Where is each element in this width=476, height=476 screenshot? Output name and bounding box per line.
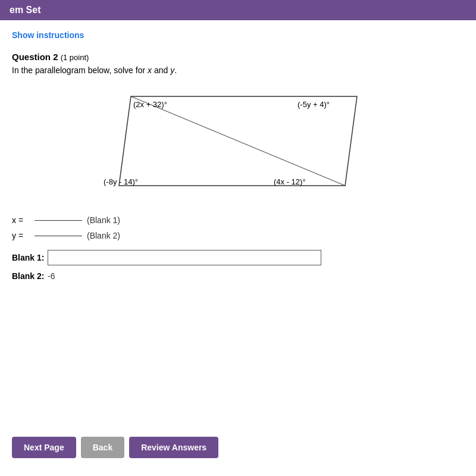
answers-section: x = (Blank 1) y = (Blank 2) [12,215,464,240]
content-area: Show instructions Question 2 (1 point) I… [0,20,476,300]
blank2-label: Blank 2: [12,271,48,281]
x-answer-line: x = (Blank 1) [12,215,464,225]
page-container: em Set Show instructions Question 2 (1 p… [0,0,476,476]
question-header: Question 2 (1 point) [12,52,464,62]
back-button[interactable]: Back [81,437,124,458]
next-page-button[interactable]: Next Page [12,437,76,458]
angle-top-right-label: (-5y + 4)° [298,100,330,109]
question-points: (1 point) [61,53,89,62]
angle-bottom-left-label: (-8y - 14)° [104,177,138,186]
x-blank-label: (Blank 1) [87,215,120,225]
y-label: y = [12,231,30,240]
blank1-label: Blank 1: [12,253,48,262]
buttons-bar: Next Page Back Review Answers [12,437,218,458]
parallelogram-svg: (2x + 32)° (-5y + 4)° (-8y - 14)° (4x - … [83,84,393,203]
review-answers-button[interactable]: Review Answers [129,437,218,458]
x-underline [35,220,82,221]
header-bar: em Set [0,0,476,20]
x-label: x = [12,215,30,225]
y-underline [35,236,82,236]
header-title: em Set [10,5,40,15]
blank2-value: -6 [48,271,55,281]
y-blank-label: (Blank 2) [87,231,120,240]
angle-bottom-right-label: (4x - 12)° [274,177,306,186]
diagram-container: (2x + 32)° (-5y + 4)° (-8y - 14)° (4x - … [83,84,393,203]
question-var-x: x [148,65,152,75]
show-instructions-link[interactable]: Show instructions [12,30,84,40]
question-text-before: In the parallelogram below, solve for [12,65,148,75]
angle-top-left-label: (2x + 32)° [133,100,167,109]
diagonal-line [131,96,345,186]
question-number: Question 2 [12,52,58,62]
blank1-input[interactable] [48,250,321,265]
question-text: In the parallelogram below, solve for x … [12,65,464,75]
question-text-middle: and [152,65,170,75]
question-text-after: . [174,65,177,75]
blank2-row: Blank 2: -6 [12,271,464,281]
y-answer-line: y = (Blank 2) [12,231,464,240]
blank1-row: Blank 1: [12,250,464,265]
blank-section: Blank 1: Blank 2: -6 [12,250,464,281]
